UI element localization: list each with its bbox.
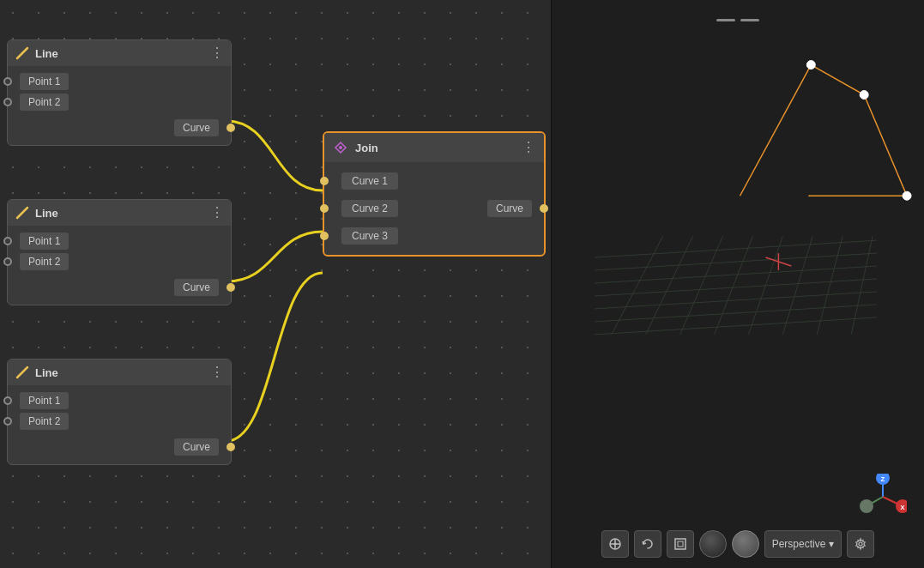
- svg-point-3: [339, 146, 342, 149]
- svg-line-2: [17, 367, 27, 378]
- node-1-menu[interactable]: ⋮: [210, 46, 224, 60]
- socket-output-3[interactable]: [226, 443, 235, 451]
- output-label-1: Curve: [174, 119, 219, 136]
- svg-point-36: [613, 543, 616, 546]
- socket-input-3-1[interactable]: [3, 396, 12, 405]
- node-1-input-1: Point 1: [8, 71, 231, 92]
- node-2-output: Curve: [8, 275, 231, 299]
- perspective-arrow: ▾: [829, 538, 834, 550]
- node-1-header: Line ⋮: [8, 40, 231, 66]
- line-node-3: Line ⋮ Point 1 Point 2 Curve: [7, 359, 232, 465]
- svg-rect-37: [675, 539, 685, 549]
- refresh-tool-btn[interactable]: [634, 530, 661, 558]
- node-3-header: Line ⋮: [8, 360, 231, 385]
- node-editor: Line ⋮ Point 1 Point 2 Curve Line ⋮: [0, 0, 551, 568]
- join-body: Curve 1 Curve 2 Curve Curve 3: [324, 162, 544, 255]
- join-node: Join ⋮ Curve 1 Curve 2 Curve Curve 3: [323, 131, 546, 257]
- node-1-title: Line: [35, 47, 205, 60]
- node-2-body: Point 1 Point 2 Curve: [8, 226, 231, 305]
- join-input-curve1: Curve 1: [324, 167, 544, 195]
- socket-input-2-2[interactable]: [3, 257, 12, 266]
- line-icon-1: [15, 45, 30, 61]
- menu-dash-2: [740, 19, 759, 21]
- socket-output-2[interactable]: [226, 283, 235, 292]
- node-2-header: Line ⋮: [8, 200, 231, 226]
- join-output-dot[interactable]: [540, 204, 548, 213]
- socket-input-1-1[interactable]: [3, 77, 12, 86]
- join-title: Join: [355, 142, 515, 154]
- join-input-curve2: Curve 2 Curve: [324, 195, 544, 222]
- socket-input-1-2[interactable]: [3, 98, 12, 106]
- output-label-3: Curve: [174, 438, 219, 456]
- join-menu[interactable]: ⋮: [522, 141, 535, 154]
- node-3-input-2: Point 2: [8, 411, 231, 432]
- node-2-menu[interactable]: ⋮: [210, 206, 224, 220]
- join-input-curve3: Curve 3: [324, 222, 544, 250]
- settings-btn[interactable]: [847, 530, 874, 558]
- viewport: Z X Perspective ▾: [551, 0, 924, 568]
- socket-input-3-2[interactable]: [3, 417, 12, 426]
- svg-line-1: [17, 208, 27, 218]
- curve1-btn[interactable]: Curve 1: [341, 172, 398, 190]
- viewport-top: [552, 9, 924, 21]
- node-1-output: Curve: [8, 116, 231, 140]
- output-label-2: Curve: [174, 279, 219, 296]
- point1-btn-1[interactable]: Point 1: [20, 73, 69, 90]
- svg-line-0: [17, 48, 27, 58]
- node-2-input-1: Point 1: [8, 231, 231, 251]
- axis-indicator: Z X: [860, 474, 903, 517]
- svg-point-20: [806, 61, 815, 69]
- node-3-title: Line: [35, 366, 205, 379]
- node-1-body: Point 1 Point 2 Curve: [8, 66, 231, 145]
- svg-point-22: [903, 191, 911, 200]
- svg-point-32: [860, 499, 873, 513]
- point1-btn-3[interactable]: Point 1: [20, 392, 69, 409]
- cursor-tool-btn[interactable]: [601, 530, 629, 558]
- light-sphere-btn[interactable]: [732, 530, 759, 558]
- node-3-input-1: Point 1: [8, 390, 231, 411]
- perspective-dropdown[interactable]: Perspective ▾: [764, 530, 842, 558]
- join-socket-curve1[interactable]: [320, 177, 329, 185]
- svg-rect-38: [678, 541, 683, 547]
- node-3-body: Point 1 Point 2 Curve: [8, 385, 231, 464]
- curve3-btn[interactable]: Curve 3: [341, 227, 398, 245]
- line-icon-3: [15, 365, 30, 380]
- axis-svg: Z X: [860, 474, 907, 521]
- join-socket-curve3[interactable]: [320, 232, 329, 240]
- line-icon-2: [15, 205, 30, 221]
- socket-output-1[interactable]: [226, 124, 235, 132]
- viewport-top-bar: [716, 19, 759, 21]
- svg-text:Z: Z: [881, 475, 885, 483]
- svg-point-21: [860, 91, 868, 100]
- line-node-2: Line ⋮ Point 1 Point 2 Curve: [7, 199, 232, 305]
- svg-point-39: [859, 542, 862, 546]
- socket-input-2-1[interactable]: [3, 237, 12, 245]
- point1-btn-2[interactable]: Point 1: [20, 233, 69, 250]
- menu-dash-1: [716, 19, 735, 21]
- svg-text:X: X: [900, 504, 905, 511]
- line-node-1: Line ⋮ Point 1 Point 2 Curve: [7, 39, 232, 146]
- node-1-input-2: Point 2: [8, 92, 231, 112]
- join-icon: [333, 140, 348, 155]
- join-output-label: Curve: [487, 200, 532, 217]
- node-3-menu[interactable]: ⋮: [210, 366, 224, 379]
- frame-tool-btn[interactable]: [667, 530, 694, 558]
- node-2-title: Line: [35, 207, 205, 220]
- viewport-toolbar: Perspective ▾: [552, 530, 924, 558]
- join-header: Join ⋮: [324, 133, 544, 162]
- curve2-btn[interactable]: Curve 2: [341, 200, 398, 217]
- dark-sphere-btn[interactable]: [699, 530, 727, 558]
- perspective-label: Perspective: [772, 538, 826, 550]
- point2-btn-2[interactable]: Point 2: [20, 253, 69, 270]
- node-3-output: Curve: [8, 435, 231, 459]
- node-2-input-2: Point 2: [8, 251, 231, 272]
- point2-btn-1[interactable]: Point 2: [20, 94, 69, 111]
- point2-btn-3[interactable]: Point 2: [20, 413, 69, 430]
- join-socket-curve2[interactable]: [320, 204, 329, 213]
